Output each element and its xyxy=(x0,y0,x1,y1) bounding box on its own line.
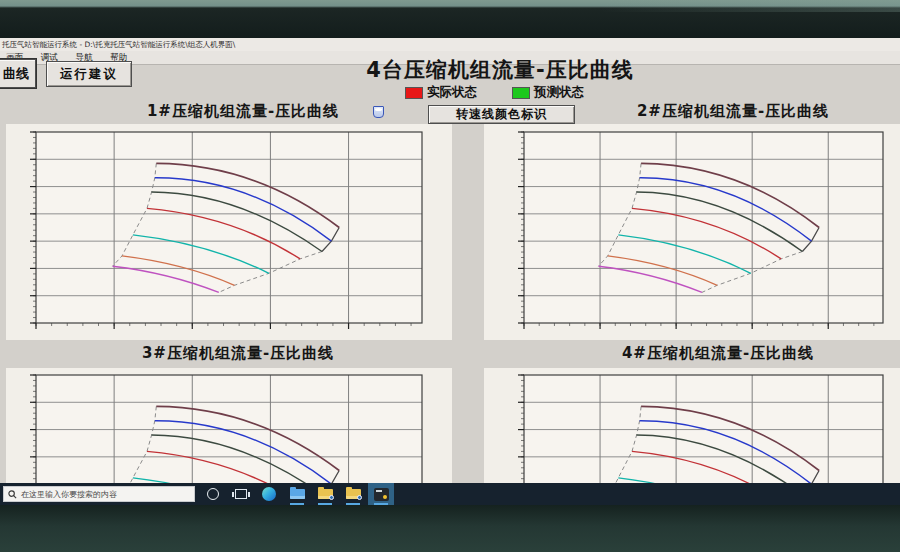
file-explorer-icon[interactable] xyxy=(284,483,310,505)
active-app-icon[interactable] xyxy=(368,483,394,505)
monitor-screen: 托压气站智能运行系统 - D:\托克托压气站智能运行系统\组态人机界面\ 画面 … xyxy=(0,38,900,505)
legend-actual-swatch xyxy=(405,87,423,99)
chart-title-3: 3#压缩机组流量-压比曲线 xyxy=(65,344,411,363)
window-titlebar: 托压气站智能运行系统 - D:\托克托压气站智能运行系统\组态人机界面\ xyxy=(0,38,900,51)
edge-icon[interactable] xyxy=(256,483,282,505)
photo-of-monitor: 托压气站智能运行系统 - D:\托克托压气站智能运行系统\组态人机界面\ 画面 … xyxy=(0,0,900,552)
taskbar: 在这里输入你要搜索的内容 xyxy=(0,483,900,505)
curve-button[interactable]: 曲线 xyxy=(0,59,36,88)
legend-predicted-label: 预测状态 xyxy=(534,84,584,101)
search-placeholder: 在这里输入你要搜索的内容 xyxy=(21,489,117,500)
legend-predicted-swatch xyxy=(512,87,530,99)
cortana-icon[interactable] xyxy=(200,483,226,505)
monitor-bezel-top xyxy=(0,0,900,38)
app-folder-icon-1[interactable] xyxy=(312,483,338,505)
legend-actual-label: 实际状态 xyxy=(427,84,477,101)
monitor-bezel-bottom xyxy=(0,505,900,552)
page-title: 4台压缩机组流量-压比曲线 xyxy=(330,56,670,84)
search-icon xyxy=(8,490,17,499)
run-advice-button[interactable]: 运行建议 xyxy=(46,61,132,87)
taskbar-search[interactable]: 在这里输入你要搜索的内容 xyxy=(3,486,195,502)
window-title: 托压气站智能运行系统 - D:\托克托压气站智能运行系统\组态人机界面\ xyxy=(2,40,235,49)
task-view-icon[interactable] xyxy=(228,483,254,505)
chart-plot-2: 99999999999999.58.5 xyxy=(492,119,900,345)
app-folder-icon-2[interactable] xyxy=(340,483,366,505)
chart-title-4: 4#压缩机组流量-压比曲线 xyxy=(545,344,891,363)
chart-plot-1: 99999999999999.58.5 xyxy=(4,119,494,345)
